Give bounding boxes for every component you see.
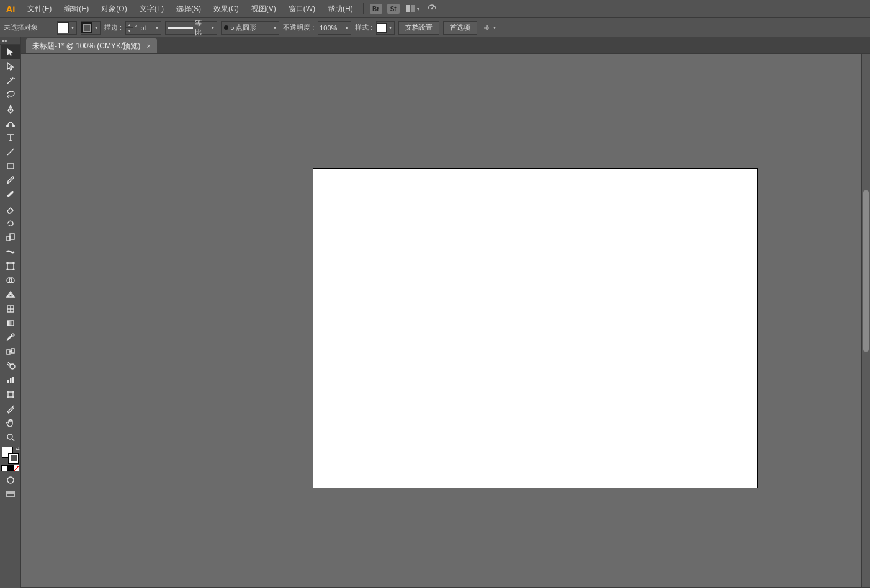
stroke-swatch[interactable] bbox=[81, 22, 92, 33]
stroke-swatch-dropdown-icon[interactable]: ▾ bbox=[92, 22, 100, 33]
preferences-button[interactable]: 首选项 bbox=[443, 21, 477, 35]
stroke-weight-group[interactable]: ▴▾ ▾ bbox=[125, 21, 161, 35]
svg-point-6 bbox=[12, 125, 14, 127]
toolbox-collapse-icon[interactable]: ▸▸ bbox=[0, 37, 20, 45]
eyedropper-tool[interactable] bbox=[1, 330, 20, 344]
direct-selection-tool[interactable] bbox=[1, 59, 20, 73]
hand-tool[interactable] bbox=[1, 416, 20, 430]
blob-brush-tool[interactable] bbox=[1, 187, 20, 202]
lasso-tool[interactable] bbox=[1, 87, 20, 102]
menu-help[interactable]: 帮助(H) bbox=[321, 0, 359, 17]
opacity-label: 不透明度 : bbox=[283, 23, 314, 32]
document-tab[interactable]: 未标题-1* @ 100% (CMYK/预览) × bbox=[26, 38, 157, 53]
column-graph-tool[interactable] bbox=[1, 373, 20, 387]
blend-tool[interactable] bbox=[1, 344, 20, 359]
svg-point-3 bbox=[431, 8, 432, 9]
brush-definition-label: 5 点圆形 bbox=[230, 23, 256, 32]
color-mode-swatches[interactable] bbox=[1, 465, 20, 473]
brush-dropdown-icon[interactable]: ▾ bbox=[271, 22, 279, 33]
stock-chip[interactable]: St bbox=[387, 4, 400, 14]
opacity-field[interactable] bbox=[318, 24, 343, 32]
perspective-grid-tool[interactable] bbox=[1, 287, 20, 301]
control-bar: 未选择对象 ▾ ▾ 描边 : ▴▾ ▾ 等比 ▾ 5 点圆形 ▾ 不透明度 : … bbox=[0, 17, 870, 37]
paintbrush-tool[interactable] bbox=[1, 173, 20, 187]
stroke-weight-stepper[interactable]: ▴▾ bbox=[126, 22, 133, 34]
free-transform-tool[interactable] bbox=[1, 259, 20, 273]
menu-type[interactable]: 文字(T) bbox=[133, 0, 170, 17]
pin-control-bar-icon[interactable]: ▾ bbox=[481, 24, 497, 32]
width-tool[interactable] bbox=[1, 244, 20, 259]
svg-point-25 bbox=[10, 364, 15, 369]
swap-fill-stroke-icon[interactable]: ⇄ bbox=[16, 446, 20, 452]
stroke-color-box[interactable] bbox=[8, 453, 19, 464]
rotate-tool[interactable] bbox=[1, 216, 20, 230]
fill-stroke-control[interactable]: ⇄ bbox=[2, 447, 19, 464]
opacity-dropdown-icon[interactable]: ▸ bbox=[343, 22, 351, 33]
shape-builder-tool[interactable] bbox=[1, 273, 20, 287]
curvature-tool[interactable] bbox=[1, 116, 20, 130]
close-tab-icon[interactable]: × bbox=[146, 42, 150, 50]
variable-width-dropdown-icon[interactable]: ▾ bbox=[209, 22, 217, 33]
color-mode-solid[interactable] bbox=[1, 465, 8, 471]
menu-bar: Ai 文件(F) 编辑(E) 对象(O) 文字(T) 选择(S) 效果(C) 视… bbox=[0, 0, 870, 17]
brush-definition[interactable]: 5 点圆形 bbox=[222, 22, 271, 34]
bridge-chip[interactable]: Br bbox=[370, 4, 382, 14]
vertical-scrollbar-thumb[interactable] bbox=[863, 190, 869, 352]
scale-tool[interactable] bbox=[1, 230, 20, 244]
menu-effect[interactable]: 效果(C) bbox=[207, 0, 245, 17]
menu-view[interactable]: 视图(V) bbox=[245, 0, 282, 17]
menu-window[interactable]: 窗口(W) bbox=[282, 0, 321, 17]
svg-line-7 bbox=[7, 149, 14, 155]
fill-swatch-group[interactable]: ▾ bbox=[57, 21, 77, 35]
gpu-preview-icon[interactable] bbox=[427, 4, 437, 13]
type-tool[interactable] bbox=[1, 130, 20, 145]
stroke-swatch-group[interactable]: ▾ bbox=[81, 21, 101, 35]
arrange-documents-icon[interactable]: ▾ bbox=[406, 5, 419, 12]
stroke-weight-dropdown-icon[interactable]: ▾ bbox=[153, 22, 161, 33]
menu-object[interactable]: 对象(O) bbox=[95, 0, 133, 17]
opacity-group[interactable]: ▸ bbox=[318, 21, 351, 35]
graphic-style-swatch[interactable] bbox=[377, 23, 387, 33]
svg-rect-8 bbox=[7, 164, 14, 169]
stroke-weight-field[interactable] bbox=[133, 24, 153, 32]
svg-line-24 bbox=[9, 350, 12, 352]
graphic-style-dropdown-icon[interactable]: ▾ bbox=[387, 22, 394, 33]
canvas[interactable] bbox=[21, 53, 870, 588]
variable-width-profile-group[interactable]: 等比 ▾ bbox=[165, 21, 217, 35]
fill-swatch[interactable] bbox=[58, 22, 69, 33]
line-tool[interactable] bbox=[1, 145, 20, 159]
selection-tool[interactable] bbox=[1, 45, 20, 59]
document-area: 未标题-1* @ 100% (CMYK/预览) × bbox=[21, 37, 870, 588]
svg-rect-0 bbox=[406, 5, 410, 12]
eraser-tool[interactable] bbox=[1, 202, 20, 216]
zoom-tool[interactable] bbox=[1, 430, 20, 444]
style-label: 样式 : bbox=[355, 23, 372, 32]
svg-rect-10 bbox=[10, 234, 14, 239]
graphic-style-group[interactable]: ▾ bbox=[376, 21, 395, 35]
menu-select[interactable]: 选择(S) bbox=[170, 0, 207, 17]
svg-point-15 bbox=[13, 269, 14, 270]
gradient-tool[interactable] bbox=[1, 316, 20, 330]
menu-edit[interactable]: 编辑(E) bbox=[58, 0, 95, 17]
artboard[interactable] bbox=[313, 169, 757, 488]
svg-point-4 bbox=[10, 109, 11, 110]
vertical-scrollbar[interactable] bbox=[861, 54, 870, 587]
brush-definition-group[interactable]: 5 点圆形 ▾ bbox=[221, 21, 279, 35]
draw-mode-normal-icon[interactable] bbox=[1, 473, 20, 487]
variable-width-profile[interactable]: 等比 bbox=[166, 22, 209, 34]
pen-tool[interactable] bbox=[1, 102, 20, 116]
slice-tool[interactable] bbox=[1, 401, 20, 416]
color-mode-none[interactable] bbox=[14, 465, 19, 471]
rectangle-tool[interactable] bbox=[1, 159, 20, 173]
screen-mode-icon[interactable] bbox=[1, 487, 20, 501]
mesh-tool[interactable] bbox=[1, 301, 20, 316]
document-setup-button[interactable]: 文档设置 bbox=[398, 21, 439, 35]
magic-wand-tool[interactable] bbox=[1, 73, 20, 87]
symbol-sprayer-tool[interactable] bbox=[1, 359, 20, 373]
color-mode-gradient[interactable] bbox=[8, 465, 14, 471]
fill-dropdown-icon[interactable]: ▾ bbox=[69, 22, 76, 33]
menu-file[interactable]: 文件(F) bbox=[21, 0, 58, 17]
toolbox: ▸▸ ⇄ bbox=[0, 37, 21, 588]
stroke-label: 描边 : bbox=[104, 23, 122, 32]
artboard-tool[interactable] bbox=[1, 387, 20, 401]
